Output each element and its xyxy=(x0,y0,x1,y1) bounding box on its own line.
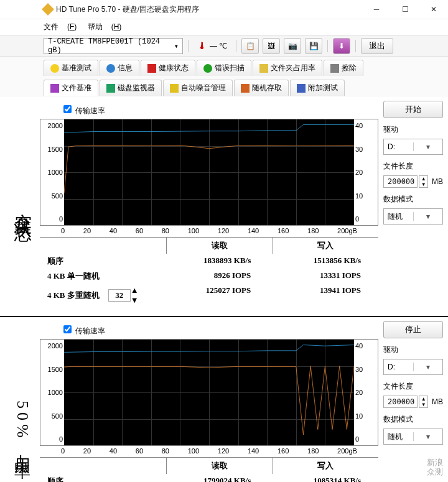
filelen-spin-2[interactable]: 200000▲▼MB xyxy=(383,396,443,408)
side-label-bot: 50%占用率 xyxy=(5,321,40,482)
mode-select-2[interactable]: 随机▾ xyxy=(383,429,443,445)
side-label-top: 空盘状态 xyxy=(5,101,40,312)
chevron-down-icon: ▾ xyxy=(413,142,443,151)
tab-folderusage[interactable]: 文件夹占用率 xyxy=(253,60,322,76)
search-icon xyxy=(203,64,212,73)
result-seq: 顺序1838893 KB/s1513856 KB/s xyxy=(40,254,378,269)
options-button[interactable]: ⬇ xyxy=(333,38,350,54)
tab-randomaccess[interactable]: 随机存取 xyxy=(234,80,289,96)
mode-select[interactable]: 随机▾ xyxy=(383,208,443,225)
folder-icon xyxy=(259,64,268,73)
temperature-display: 🌡 — ℃ xyxy=(194,40,231,52)
y-left-axis: 2000150010005000 xyxy=(40,119,64,225)
chevron-down-icon: ▾ xyxy=(413,212,443,221)
chevron-down-icon: ▾ xyxy=(174,42,179,51)
thermometer-icon: 🌡 xyxy=(197,40,207,52)
result-4k-single: 4 KB 单一随机8926 IOPS13331 IOPS xyxy=(40,269,378,284)
tab-extra[interactable]: 附加测试 xyxy=(290,80,345,96)
close-button[interactable]: ✕ xyxy=(419,0,448,19)
minimize-button[interactable]: ─ xyxy=(362,0,391,19)
exit-button[interactable]: 退出 xyxy=(361,38,393,54)
menu-file[interactable]: 文件(F) xyxy=(44,22,77,31)
tabs-row2: 文件基准 磁盘监视器 自动噪音管理 随机存取 附加测试 xyxy=(0,77,448,97)
extra-icon xyxy=(297,84,306,93)
save-button[interactable]: 💾 xyxy=(305,38,322,54)
filelen-spin[interactable]: 200000▲▼MB xyxy=(383,175,443,188)
chart-bot: 2000150010005000 403020100 xyxy=(40,339,378,446)
bulb-icon xyxy=(50,64,59,73)
tab-health[interactable]: 健康状态 xyxy=(141,60,195,76)
queue-depth-spin[interactable]: 32▲▼ xyxy=(108,285,139,305)
chart-top: 2000150010005000 403020100 xyxy=(40,119,378,226)
mode-label: 数据模式 xyxy=(383,194,443,205)
copy-text-button[interactable]: 📋 xyxy=(241,38,259,54)
tab-aam[interactable]: 自动噪音管理 xyxy=(163,80,233,96)
drive-letter-select[interactable]: D:▾ xyxy=(383,139,443,155)
tab-diskmon[interactable]: 磁盘监视器 xyxy=(100,80,162,96)
erase-icon xyxy=(330,64,339,73)
tab-benchmark[interactable]: 基准测试 xyxy=(44,60,98,76)
app-icon xyxy=(42,3,54,16)
transfer-checkbox-2[interactable]: 传输速率 xyxy=(61,323,378,336)
monitor-icon xyxy=(106,84,115,93)
filebm-icon xyxy=(50,84,59,93)
window-title: HD Tune Pro 5.70 - 硬盘/固态硬盘实用程序 xyxy=(56,4,362,15)
start-button[interactable]: 开始 xyxy=(383,101,443,118)
tab-errorscan[interactable]: 错误扫描 xyxy=(197,60,251,76)
random-icon xyxy=(241,84,250,93)
toolbar: T-CREATE TM8FPE001T (1024 gB)▾ 🌡 — ℃ 📋 🖼… xyxy=(0,35,448,57)
tab-erase[interactable]: 擦除 xyxy=(324,60,363,76)
copy-image-button[interactable]: 🖼 xyxy=(263,38,280,54)
result-4k-multi: 4 KB 多重随机 32▲▼ 125027 IOPS13941 IOPS xyxy=(40,284,378,307)
transfer-checkbox[interactable]: 传输速率 xyxy=(61,103,378,116)
drive-label: 驱动 xyxy=(383,124,443,135)
screenshot-button[interactable]: 📷 xyxy=(284,38,301,54)
filelen-label: 文件长度 xyxy=(383,161,443,172)
health-icon xyxy=(147,64,156,73)
titlebar: HD Tune Pro 5.70 - 硬盘/固态硬盘实用程序 ─ ☐ ✕ xyxy=(0,0,448,19)
tab-info[interactable]: 信息 xyxy=(100,60,139,76)
maximize-button[interactable]: ☐ xyxy=(391,0,419,19)
result-header: 读取写入 xyxy=(40,237,378,254)
menubar: 文件(F) 帮助(H) xyxy=(0,19,448,35)
watermark: 新浪众测 xyxy=(427,458,443,477)
stop-button[interactable]: 停止 xyxy=(383,321,443,338)
speaker-icon xyxy=(170,84,179,93)
x-axis: 020406080100120140160180200gB xyxy=(40,226,378,236)
tab-filebm[interactable]: 文件基准 xyxy=(44,80,98,96)
drive-letter-select-2[interactable]: D:▾ xyxy=(383,359,443,375)
info-icon xyxy=(106,64,115,73)
tabs-row1: 基准测试 信息 健康状态 错误扫描 文件夹占用率 擦除 xyxy=(0,57,448,77)
drive-select[interactable]: T-CREATE TM8FPE001T (1024 gB)▾ xyxy=(44,38,183,54)
menu-help[interactable]: 帮助(H) xyxy=(88,22,122,31)
y-right-axis: 403020100 xyxy=(354,119,378,225)
